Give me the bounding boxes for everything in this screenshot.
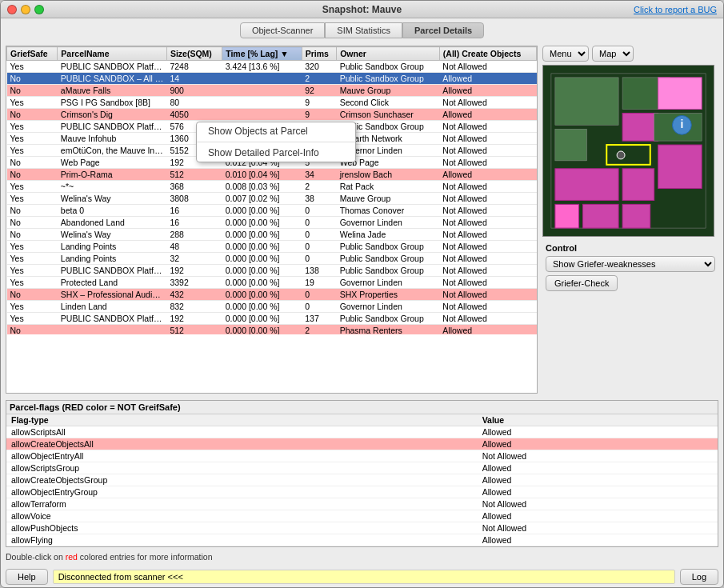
flags-table: Flag-type Value allowScriptsAllAllowedal… [6,414,718,546]
svg-rect-5 [555,129,587,161]
flags-row[interactable]: allowScriptsAllAllowed [6,426,718,438]
bottom-section: Parcel-flags (RED color = NOT GreifSafe)… [1,397,723,566]
right-panel: Menu Map [542,46,718,394]
menu-select[interactable]: Menu [542,46,589,62]
map-view[interactable]: i [542,65,714,237]
table-row[interactable]: NoAbandoned Land160.000 [0.00 %]0Governo… [7,217,537,229]
col-time[interactable]: Time [% Lag] ▼ [222,47,302,61]
flags-header: Parcel-flags (RED color = NOT GreifSafe) [6,401,718,414]
note-text: Double-click on red colored entries for … [6,550,718,563]
svg-rect-12 [622,204,650,228]
parcel-flags-panel: Parcel-flags (RED color = NOT GreifSafe)… [6,400,718,547]
flags-row[interactable]: allowCreateObjectsAllAllowed [6,438,718,450]
maximize-button[interactable] [34,5,44,14]
flags-row[interactable]: allowTerraformNot Allowed [6,498,718,510]
main-window: Snapshot: Mauve Click to report a BUG Ob… [0,0,724,588]
col-create[interactable]: (All) Create Objects [439,47,536,61]
table-row[interactable]: NoaMauve Falls90092Mauve GroupAllowed [7,85,537,97]
table-row[interactable]: NoCrimson's Dig40509Crimson SunchaserAll… [7,109,537,121]
map-controls: Menu Map [542,46,718,62]
svg-rect-10 [555,204,579,228]
tab-object-scanner[interactable]: Object-Scanner [240,22,325,38]
parcels-table-container[interactable]: GriefSafe ParcelName Size(SQM) Time [% L… [6,46,538,394]
table-row[interactable]: YesPUBLIC SANDBOX Platform – A…1920.000 … [7,313,537,325]
map-select[interactable]: Map [592,46,634,62]
flags-row[interactable]: allowScriptsGroupAllowed [6,462,718,474]
main-content: GriefSafe ParcelName Size(SQM) Time [% L… [1,42,723,397]
help-button[interactable]: Help [6,569,48,585]
window-title: Snapshot: Mauve [322,4,402,15]
status-text: Disconnected from scanner <<< [53,570,675,584]
bug-report-link[interactable]: Click to report a BUG [634,5,717,14]
svg-rect-11 [583,204,619,228]
status-bar: Help Disconnected from scanner <<< Log [1,566,723,587]
svg-rect-9 [622,113,658,141]
griefer-check-button[interactable]: Griefer-Check [546,275,618,291]
title-bar: Snapshot: Mauve Click to report a BUG [1,1,723,18]
flags-row[interactable]: allowObjectEntryAllNot Allowed [6,450,718,462]
col-griefsafe[interactable]: GriefSafe [7,47,58,61]
left-panel: GriefSafe ParcelName Size(SQM) Time [% L… [6,46,538,394]
flags-row[interactable]: allowFlyingAllowed [6,534,718,546]
tab-bar: Object-Scanner SIM Statistics Parcel Det… [1,18,723,42]
col-size[interactable]: Size(SQM) [166,47,222,61]
context-menu: Show Objects at Parcel Show Detailed Par… [196,122,356,162]
table-row[interactable]: YesPSG I PG Sandbox [8B]809Second ClickN… [7,97,537,109]
context-menu-separator [197,142,355,142]
table-row[interactable]: NoPUBLIC SANDBOX – All Welcom…142Public … [7,73,537,85]
tab-sim-statistics[interactable]: SIM Statistics [325,22,402,38]
griefer-weakness-select[interactable]: Show Griefer-weaknesses [546,256,715,272]
tab-parcel-details[interactable]: Parcel Details [402,22,484,38]
table-row[interactable]: Yes~*~3680.008 [0.03 %]2Rat PackNot Allo… [7,181,537,193]
svg-text:i: i [680,118,683,130]
table-row[interactable]: YesLinden Land8320.000 [0.00 %]0Governor… [7,301,537,313]
parcels-table: GriefSafe ParcelName Size(SQM) Time [% L… [6,46,537,334]
control-section: Control Show Griefer-weaknesses Griefer-… [542,240,718,294]
flags-col-type: Flag-type [6,414,478,426]
window-controls [7,5,44,14]
svg-rect-3 [555,78,618,125]
log-button[interactable]: Log [680,569,718,585]
table-row[interactable]: No5120.000 [0.00 %]2Phasma RentersAllowe… [7,325,537,335]
table-row[interactable]: NoSHX – Professional Audio – ty…4320.000… [7,289,537,301]
svg-rect-6 [555,169,618,201]
col-owner[interactable]: Owner [337,47,440,61]
parcels-table-scroll[interactable]: GriefSafe ParcelName Size(SQM) Time [% L… [6,46,537,334]
context-menu-item-show-objects[interactable]: Show Objects at Parcel [197,122,355,140]
context-menu-item-detailed-info[interactable]: Show Detailed Parcel-Info [197,144,355,162]
close-button[interactable] [7,5,17,14]
control-label: Control [546,243,715,253]
svg-rect-8 [658,145,702,188]
svg-rect-7 [622,169,654,201]
table-row[interactable]: NoWelina's Way2880.000 [0.00 %]0Welina J… [7,229,537,241]
col-parcelname[interactable]: ParcelName [58,47,167,61]
flags-row[interactable]: allowPushObjectsNot Allowed [6,522,718,534]
table-row[interactable]: YesWelina's Way38080.007 [0.02 %]38Mauve… [7,193,537,205]
flags-col-value: Value [478,414,718,426]
table-row[interactable]: YesPUBLIC SANDBOX Platform – A…1920.000 … [7,265,537,277]
svg-point-18 [617,151,625,159]
flags-row[interactable]: allowCreateObjectsGroupAllowed [6,474,718,486]
table-row[interactable]: YesProtected Land33920.000 [0.00 %]19Gov… [7,277,537,289]
table-row[interactable]: YesPUBLIC SANDBOX Platform – A…72483.424… [7,61,537,73]
table-row[interactable]: NoPrim-O-Rama5120.010 [0.04 %]34jrenslow… [7,169,537,181]
table-row[interactable]: YesLanding Points320.000 [0.00 %]0Public… [7,253,537,265]
flags-row[interactable]: allowObjectEntryGroupAllowed [6,486,718,498]
minimize-button[interactable] [21,5,30,14]
table-row[interactable]: Nobeta 0160.000 [0.00 %]0Thomas ConoverN… [7,205,537,217]
table-row[interactable]: YesLanding Points480.000 [0.00 %]0Public… [7,241,537,253]
svg-rect-14 [658,78,702,110]
flags-row[interactable]: allowVoiceAllowed [6,510,718,522]
control-row: Show Griefer-weaknesses [546,256,715,272]
col-prims[interactable]: Prims [302,47,336,61]
